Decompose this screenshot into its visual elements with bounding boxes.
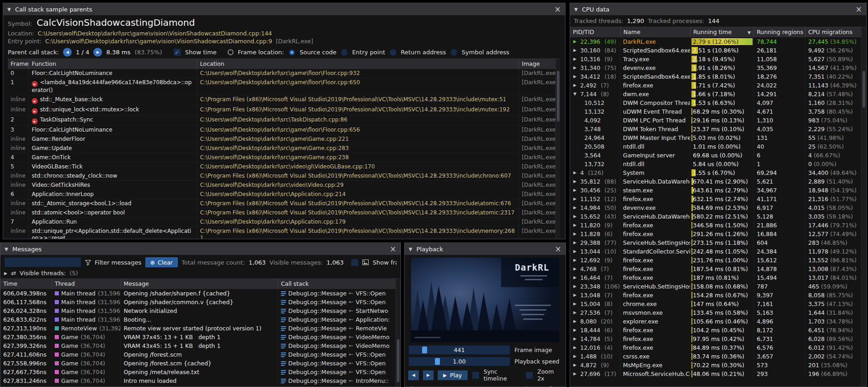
callstack-titlebar[interactable]: ▼ Call stack sample parents ×	[3, 3, 565, 15]
message-row[interactable]: 606,049,398nsMain thread(31,596)Opening …	[0, 289, 400, 298]
expand-icon[interactable]: ▶	[573, 195, 578, 203]
cpu-process-row[interactable]: 20,508ntdll.dll1.01 ms (0.00%)4025 (62.5…	[570, 142, 866, 151]
callstack-table-row[interactable]: inlinestd::unique_ptr<Application,std::d…	[8, 227, 560, 239]
message-row[interactable]: 627,313,190nsRemoteView(31,392)Remote vi…	[0, 324, 400, 333]
cpu-process-row[interactable]: ▶31,340 (75)devenv.exe1.91 s (8.26%)35,3…	[570, 64, 866, 72]
cpu-process-row[interactable]: 13,732ntdll.dll5.84 us (0.00%)10 (0.00%)	[570, 160, 866, 168]
expand-icon[interactable]: ▶	[573, 300, 578, 308]
cpu-process-row[interactable]: ▶34,412 (18)ScriptedSandbox64.exe1.85 s …	[570, 72, 866, 81]
col-cpu-migrations[interactable]: CPU migrations	[805, 27, 866, 37]
clear-button[interactable]: ⊗ Clear	[145, 257, 178, 267]
expand-icon[interactable]: ▶	[573, 64, 578, 72]
callstack-list-icon[interactable]	[281, 378, 286, 383]
col-running-regions[interactable]: Running regions	[754, 27, 805, 37]
expand-icon[interactable]: ▶	[573, 291, 578, 300]
collapse-icon[interactable]: ▼	[574, 7, 578, 12]
expand-icon[interactable]: ▶	[573, 317, 578, 326]
cpu-process-row[interactable]: ▶14,984 (50)devenv.exe584.69 ms (2.53%)6…	[570, 203, 866, 212]
cpu-process-row[interactable]: ▶15,652 (43)ServiceHub.DataWarehou580.22…	[570, 212, 866, 221]
callstack-table-row[interactable]: 2▶TaskDispatch::SyncC:\Users\wolf\Deskto…	[8, 116, 560, 126]
message-row[interactable]: 627,558,996nsGame(36,704)Opening /forest…	[0, 359, 400, 368]
cpu-process-row[interactable]: ▶27,536 (7)msvsmon.exe133.45 ms (0.58%)5…	[570, 308, 866, 317]
hot-sample-icon[interactable]: ▶	[32, 81, 38, 87]
callstack-list-icon[interactable]	[281, 300, 286, 305]
callstack-table-row[interactable]: 1▶<lambda_84a19dc444fae966ca174e83e708bd…	[8, 78, 560, 95]
cpu-process-row[interactable]: 10,512DWM Compositor Thread1.53 s (6.63%…	[570, 98, 866, 107]
cpu-process-row[interactable]: ▶12,692 (9)firefox.exe231.76 ms (1.00%)1…	[570, 256, 866, 265]
callstack-list-icon[interactable]	[281, 343, 286, 348]
cpu-process-row[interactable]: ▶4,768 (7)firefox.exe187.54 ms (0.81%)14…	[570, 265, 866, 273]
expand-icon[interactable]: ▶	[573, 168, 578, 177]
col-time[interactable]: Time	[0, 279, 52, 289]
expand-icon[interactable]: ▶	[573, 265, 578, 273]
expand-icon[interactable]: ▶	[573, 81, 578, 90]
col-location[interactable]: Location	[197, 59, 519, 69]
callstack-table-row[interactable]: inline▶std::_Mutex_base::lockC:\Program …	[8, 95, 560, 105]
callstack-table-row[interactable]: inlinestd::chrono::steady_clock::nowC:\P…	[8, 172, 560, 181]
sync-timeline-checkbox[interactable]	[472, 371, 480, 379]
callstack-list-icon[interactable]	[281, 317, 286, 322]
radio-symbol-address[interactable]	[450, 49, 457, 56]
cpu-process-row[interactable]: ▶13,048 (7)firefox.exe154.28 ms (0.67%)9…	[570, 291, 866, 300]
cpu-process-row[interactable]: ▶8,080 (20)explorer.exe105.66 ms (0.46%)…	[570, 317, 866, 326]
collapse-icon[interactable]: ▼	[573, 90, 578, 98]
cpu-process-row[interactable]: ▶15,004 (8)chrome.exe147 ms (0.64%)7,161…	[570, 300, 866, 308]
callstack-scrollbar[interactable]	[555, 59, 560, 239]
col-callstack[interactable]: Call stack	[278, 279, 400, 289]
expand-icon[interactable]: ▶	[573, 230, 578, 238]
expand-icon[interactable]: ▶	[573, 203, 578, 212]
callstack-table-row[interactable]: inlinestd::atomic<bool>::operator boolC:…	[8, 208, 560, 218]
expand-icon[interactable]: ▶	[573, 343, 578, 352]
scrollbar-thumb[interactable]	[397, 339, 400, 382]
cpu-process-row[interactable]: ▶16,464 (7)firefox.exe187 ms (0.81%)15,4…	[570, 273, 866, 282]
expand-icon[interactable]: ▶	[573, 273, 578, 282]
cpu-process-row[interactable]: 3,748DWM Token Thread23.37 ms (0.10%)4,0…	[570, 125, 866, 133]
expand-icon[interactable]: ▶	[573, 55, 578, 64]
cpu-process-row[interactable]: ▶29,388 (77)ServiceHub.SettingsHost273.1…	[570, 238, 866, 247]
prev-parent-button[interactable]: ◀	[63, 48, 72, 57]
col-message[interactable]: Message	[121, 279, 278, 289]
hot-sample-icon[interactable]: ▶	[32, 118, 38, 124]
callstack-list-icon[interactable]	[281, 308, 286, 313]
expand-icon[interactable]: ▶	[573, 256, 578, 265]
expand-icon[interactable]: ▶	[573, 282, 578, 291]
expand-icon[interactable]: ▶	[573, 72, 578, 81]
cpu-process-row[interactable]: ▶27,696 (17)Microsoft.ServiceHub.Co48.06…	[570, 370, 866, 378]
cpu-process-row[interactable]: ▶10,316 (9)Tracy.exe2.18 s (9.45%)11,058…	[570, 55, 866, 64]
col-thread[interactable]: Thread	[52, 279, 121, 289]
message-row[interactable]: 627,831,246nsGame(36,704)Intro menu load…	[0, 376, 400, 385]
callstack-list-icon[interactable]	[281, 326, 286, 331]
cpu-process-row[interactable]: ▶11,820 (9)firefox.exe346.58 ms (1.50%)2…	[570, 221, 866, 230]
cpu-process-row[interactable]: 3,564GameInput server69.68 us (0.00%)64 …	[570, 151, 866, 160]
collapse-icon[interactable]: ▼	[409, 247, 412, 252]
hot-sample-icon[interactable]: ▶	[32, 98, 38, 104]
cpu-scrollbar[interactable]	[861, 27, 866, 387]
close-icon[interactable]: ×	[555, 245, 561, 253]
expand-icon[interactable]: ▶	[573, 326, 578, 335]
col-frame[interactable]: Frame	[8, 59, 29, 69]
cpu-process-row[interactable]: ▶14,784 (5)firefox.exe97.95 ms (0.42%)6,…	[570, 335, 866, 343]
expand-icon[interactable]: ▶	[573, 247, 578, 256]
playback-frame-image[interactable]: DarkRL	[411, 258, 559, 342]
cpu-process-row[interactable]: ▶1,488 (10)csrss.exe83.74 ms (0.36%)3,65…	[570, 352, 866, 361]
col-name[interactable]: Name	[621, 27, 691, 37]
message-row[interactable]: 627,667,736nsGame(36,704)Opening /meta/r…	[0, 368, 400, 376]
callstack-table-row[interactable]: inlinestd::_Atomic_storage<bool,1>::load…	[8, 199, 560, 208]
step-back-button[interactable]: ◀	[408, 370, 419, 380]
col-running-time[interactable]: ▼Running time	[691, 27, 754, 37]
expand-icon[interactable]: ▶	[573, 37, 578, 46]
show-frame-checkbox[interactable]	[351, 259, 359, 266]
callstack-table-row[interactable]: 7Application::RunC:\Users\wolf\Desktop\d…	[8, 218, 560, 227]
expand-icon[interactable]: ▶	[573, 308, 578, 317]
messages-titlebar[interactable]: ▼ Messages ×	[0, 243, 400, 255]
message-row[interactable]: 627,411,606nsGame(36,704)Opening /forest…	[0, 350, 400, 359]
col-function[interactable]: Function	[29, 59, 197, 69]
cpu-process-row[interactable]: ▶4,872 (9)MsMpEng.exe70.22 ms (0.30%)573…	[570, 361, 866, 370]
expand-icon[interactable]: ▶	[573, 177, 578, 186]
callstack-table-row[interactable]: inlineGame::RenderFloorC:\Users\wolf\Des…	[8, 135, 560, 144]
zoom-2x-checkbox[interactable]	[525, 371, 533, 379]
callstack-table-row[interactable]: 4Game::OnTickC:\Users\wolf\Desktop\darkr…	[8, 153, 560, 162]
cpu-process-row[interactable]: ▶11,828 (6)firefox.exe291.26 ms (1.26%)1…	[570, 230, 866, 238]
expand-icon[interactable]: ▶	[573, 335, 578, 343]
cpu-process-row[interactable]: ▶30,160 (84)ScriptedSandbox64.exe2.51 s …	[570, 46, 866, 55]
